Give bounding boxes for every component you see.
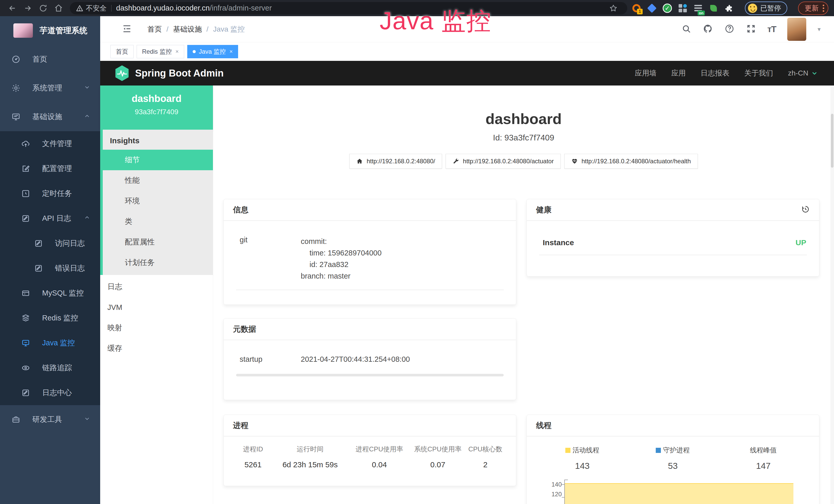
tab-redis-monitor[interactable]: Redis 监控× (137, 45, 184, 58)
extension-orange-icon[interactable]: 1 (631, 3, 642, 13)
sidebar-item-log-center[interactable]: 日志中心 (0, 380, 100, 405)
threads-card-title: 线程 (536, 420, 551, 431)
url-bar[interactable]: 不安全 dashboard.yudao.iocoder.cn/infra/adm… (70, 2, 627, 15)
metadata-row: startup 2021-04-27T00:44:31.254+08:00 (234, 349, 506, 364)
sba-nav: 应用墙 应用 日志报表 关于我们 zh-CN (635, 68, 817, 78)
profile-paused-badge[interactable]: 已暂停 (745, 2, 787, 15)
sidebar-item-home[interactable]: 首页 (0, 45, 100, 74)
extension-leaf-icon[interactable] (708, 3, 719, 13)
bookmark-star-icon[interactable] (608, 3, 619, 14)
search-icon[interactable] (681, 24, 692, 35)
sba-item-jvm[interactable]: JVM (100, 297, 213, 318)
user-avatar[interactable] (787, 18, 806, 41)
sidebar-item-infrastructure[interactable]: 基础设施 (0, 102, 100, 131)
page-subtitle: Id: 93a3fc7f7409 (213, 133, 834, 142)
sba-item-environment[interactable]: 环境 (103, 191, 213, 211)
sba-item-caches[interactable]: 缓存 (100, 338, 213, 359)
tab-java-monitor[interactable]: Java 监控× (187, 45, 238, 58)
sba-item-scheduled-tasks[interactable]: 计划任务 (103, 252, 213, 273)
sba-item-metrics[interactable]: 性能 (103, 170, 213, 191)
font-size-icon[interactable]: ᴛT (767, 24, 776, 34)
breadcrumb-home[interactable]: 首页 (148, 24, 162, 34)
extension-check-icon[interactable]: ✓ (662, 3, 673, 13)
sidebar-item-error-log[interactable]: 错误日志 (0, 256, 100, 281)
instance-health-link[interactable]: http://192.168.0.2:48080/actuator/health (564, 154, 698, 169)
status-badge: UP (795, 238, 806, 247)
sidebar-item-config-management[interactable]: 配置管理 (0, 156, 100, 181)
daemon-threads-legend-swatch (656, 448, 661, 453)
extension-grid-icon[interactable] (678, 3, 688, 13)
sba-instance-header[interactable]: dashboard 93a3fc7f7409 (100, 86, 213, 130)
instance-actuator-link[interactable]: http://192.168.0.2:48080/actuator (446, 154, 561, 169)
help-icon[interactable] (724, 24, 734, 35)
scrollbar-track[interactable] (830, 86, 834, 504)
sba-brand[interactable]: Spring Boot Admin (114, 65, 224, 82)
sidebar-item-mysql-monitor[interactable]: MySQL 监控 (0, 281, 100, 305)
breadcrumb-current: Java 监控 (213, 24, 245, 34)
instance-home-link[interactable]: http://192.168.0.2:48080/ (349, 154, 442, 169)
sba-sidebar: dashboard 93a3fc7f7409 Insights 细节 性能 环境… (100, 86, 213, 504)
wrench-icon (453, 158, 459, 165)
sidebar-item-redis-monitor[interactable]: Redis 监控 (0, 305, 100, 330)
sidebar-item-file-management[interactable]: 文件管理 (0, 131, 100, 156)
sidebar-collapse-icon[interactable] (122, 24, 132, 35)
health-instance-row[interactable]: Instance UP (537, 230, 809, 247)
sba-instance-id: 93a3fc7f7409 (100, 108, 213, 116)
dashboard-icon (11, 55, 21, 64)
sba-nav-journal[interactable]: 日志报表 (701, 68, 729, 78)
admin-logo-row[interactable]: 芋道管理系统 (0, 16, 100, 45)
sba-insights-group: Insights 细节 性能 环境 类 配置属性 计划任务 (100, 130, 213, 275)
sidebar-item-java-monitor[interactable]: Java 监控 (0, 330, 100, 356)
admin-logo-image (13, 23, 33, 38)
sba-item-config-props[interactable]: 配置属性 (103, 232, 213, 252)
metadata-card: 元数据 startup 2021-04-27T00:44:31.254+08:0… (223, 318, 516, 400)
tab-home[interactable]: 首页 (110, 45, 134, 58)
extension-switch-icon[interactable]: on (693, 3, 703, 13)
threads-legend: 活动线程 143 守护进程 53 线程峰值 147 (537, 436, 809, 471)
health-card: 健康 Instance UP (527, 199, 819, 276)
sba-item-mappings[interactable]: 映射 (100, 318, 213, 338)
topbar-actions: ᴛT ▾ (681, 18, 821, 41)
java-monitor-icon (21, 338, 30, 348)
fullscreen-icon[interactable] (746, 24, 756, 35)
scrollbar-thumb[interactable] (831, 114, 833, 168)
sba-nav-applications[interactable]: 应用 (672, 68, 686, 78)
spring-boot-admin-logo-icon (114, 65, 129, 82)
home-button-icon[interactable] (53, 3, 64, 14)
extension-pin-icon[interactable] (647, 3, 657, 13)
sba-item-classes[interactable]: 类 (103, 211, 213, 232)
forward-icon[interactable] (22, 3, 34, 14)
url-text[interactable]: dashboard.yudao.iocoder.cn/infra/admin-s… (116, 4, 272, 12)
history-icon[interactable] (801, 205, 810, 215)
log-edit-icon (34, 264, 43, 273)
log-edit-icon (21, 214, 30, 223)
heartbeat-icon (571, 158, 578, 165)
sba-nav-about[interactable]: 关于我们 (744, 68, 773, 78)
chevron-down-icon (84, 84, 90, 92)
sidebar-item-trace[interactable]: 链路追踪 (0, 356, 100, 380)
reload-icon[interactable] (38, 3, 49, 14)
sidebar-item-system-management[interactable]: 系统管理 (0, 74, 100, 102)
sidebar-item-api-log[interactable]: API 日志 (0, 206, 100, 231)
github-icon[interactable] (703, 24, 713, 35)
sidebar-item-dev-tools[interactable]: 研发工具 (0, 405, 100, 434)
chrome-update-button[interactable]: 更新 (798, 2, 828, 15)
peak-threads-label: 线程峰值 (750, 446, 777, 455)
breadcrumb-infrastructure[interactable]: 基础设施 (173, 24, 202, 34)
eye-icon (21, 363, 30, 372)
back-icon[interactable] (7, 3, 18, 14)
sba-nav-wallboard[interactable]: 应用墙 (635, 68, 657, 78)
browser-menu-icon[interactable] (823, 5, 824, 12)
sba-item-details[interactable]: 细节 (100, 150, 213, 170)
infrastructure-submenu: 文件管理 配置管理 定时任务 API 日志 访问日志 (0, 131, 100, 405)
sidebar-item-access-log[interactable]: 访问日志 (0, 231, 100, 256)
extensions-puzzle-icon[interactable] (724, 3, 734, 13)
sidebar-item-scheduled-jobs[interactable]: 定时任务 (0, 181, 100, 206)
close-icon[interactable]: × (175, 48, 179, 55)
timer-icon (21, 189, 30, 198)
close-icon[interactable]: × (229, 48, 233, 55)
sba-item-logs[interactable]: 日志 (100, 276, 213, 297)
sba-locale-select[interactable]: zh-CN (788, 69, 817, 77)
avatar-caret-icon[interactable]: ▾ (817, 26, 821, 33)
daemon-threads-value: 53 (628, 461, 718, 471)
